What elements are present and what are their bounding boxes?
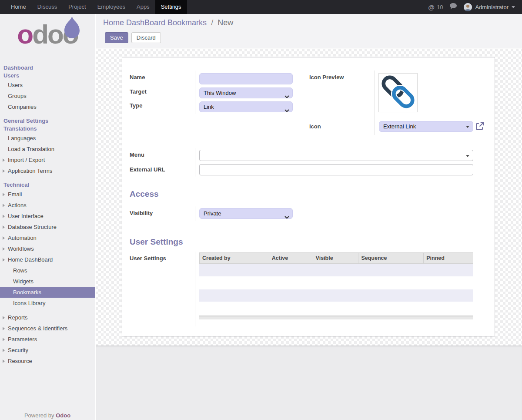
sidebar-item-groups[interactable]: Groups — [0, 91, 95, 101]
caret-right-icon — [3, 349, 5, 352]
odoo-logo[interactable]: odoo — [0, 14, 95, 57]
bookmark-form-sheet: Name Target This Window Type Link Icon P… — [122, 57, 495, 336]
page-footer-area — [96, 346, 522, 420]
sidebar-item-home-dashboard[interactable]: Home DashBoard — [0, 254, 95, 265]
type-select[interactable]: Link — [199, 101, 293, 112]
mentions-count: 10 — [437, 4, 443, 10]
discard-button[interactable]: Discard — [131, 32, 161, 43]
chevron-down-icon — [284, 91, 289, 98]
table-row[interactable] — [199, 302, 473, 314]
nav-item-home[interactable]: Home — [5, 0, 32, 14]
sidebar-item-icons-library[interactable]: Icons Library — [0, 298, 95, 309]
at-icon: @ — [428, 3, 435, 11]
caret-right-icon — [3, 327, 5, 330]
target-select[interactable]: This Window — [199, 87, 293, 98]
visibility-select[interactable]: Private — [199, 208, 293, 219]
user-name: Administrator — [475, 4, 509, 10]
sidebar-item-actions[interactable]: Actions — [0, 200, 95, 211]
nav-item-project[interactable]: Project — [63, 0, 91, 14]
sidebar-item-languages[interactable]: Languages — [0, 133, 95, 144]
name-input[interactable] — [199, 73, 293, 84]
caret-right-icon — [3, 204, 5, 207]
caret-down-icon — [466, 155, 469, 157]
caret-right-icon — [3, 338, 5, 341]
settings-sidebar: odoo Dashboard Users Users Groups Compan… — [0, 14, 95, 420]
column-header-pinned[interactable]: Pinned — [424, 253, 473, 263]
sidebar-item-import-export[interactable]: Import / Export — [0, 155, 95, 165]
form-view-background: Name Target This Window Type Link Icon P… — [96, 49, 522, 346]
chain-link-icon — [381, 75, 415, 110]
caret-right-icon — [3, 225, 5, 229]
label-column-separator — [195, 206, 195, 221]
sidebar-item-users[interactable]: Users — [0, 80, 95, 91]
sidebar-item-reports[interactable]: Reports — [0, 312, 95, 323]
nav-item-apps[interactable]: Apps — [131, 0, 155, 14]
sidebar-item-bookmarks[interactable]: Bookmarks — [0, 287, 95, 298]
sidebar-heading-users[interactable]: Users — [0, 72, 95, 80]
sidebar-heading-technical[interactable]: Technical — [0, 181, 95, 189]
icon-select[interactable]: External Link — [379, 121, 473, 132]
external-url-label: External URL — [130, 166, 165, 173]
target-label: Target — [130, 88, 147, 95]
nav-item-discuss[interactable]: Discuss — [32, 0, 63, 14]
nav-item-settings[interactable]: Settings — [155, 0, 187, 14]
breadcrumb-separator: / — [211, 18, 213, 27]
sidebar-item-parameters[interactable]: Parameters — [0, 334, 95, 345]
name-label: Name — [130, 74, 145, 81]
sidebar-item-automation[interactable]: Automation — [0, 232, 95, 243]
sidebar-item-widgets[interactable]: Widgets — [0, 276, 95, 287]
column-header-sequence[interactable]: Sequence — [358, 253, 424, 263]
column-header-created-by[interactable]: Created by — [200, 253, 269, 263]
table-row[interactable] — [199, 277, 473, 289]
user-settings-table-header: Created by Active Visible Sequence Pinne… — [199, 252, 473, 264]
menu-select[interactable] — [199, 150, 473, 161]
nav-item-employees[interactable]: Employees — [92, 0, 131, 14]
odoo-brand-link[interactable]: Odoo — [56, 412, 70, 419]
main-area: Home DashBoard Bookmarks / New Save Disc… — [96, 14, 522, 420]
sidebar-menu: Dashboard Users Users Groups Companies G… — [0, 57, 95, 366]
sidebar-item-workflows[interactable]: Workflows — [0, 243, 95, 254]
mentions-counter[interactable]: @ 10 — [428, 3, 443, 11]
icon-preview-label: Icon Preview — [309, 74, 344, 81]
control-panel: Home DashBoard Bookmarks / New Save Disc… — [96, 14, 522, 48]
topbar-right-tools: @ 10 Administrator — [428, 0, 522, 14]
sidebar-item-general-settings[interactable]: General Settings — [0, 117, 95, 125]
column-header-visible[interactable]: Visible — [313, 253, 359, 263]
sidebar-item-application-terms[interactable]: Application Terms — [0, 165, 95, 176]
sidebar-item-companies[interactable]: Companies — [0, 101, 95, 112]
sidebar-item-rows[interactable]: Rows — [0, 265, 95, 276]
table-row[interactable] — [199, 264, 473, 276]
sidebar-item-security[interactable]: Security — [0, 345, 95, 356]
sidebar-item-resource[interactable]: Resource — [0, 356, 95, 366]
chevron-down-icon — [284, 212, 289, 219]
breadcrumb-parent-link[interactable]: Home DashBoard Bookmarks — [103, 18, 207, 27]
sidebar-item-database-structure[interactable]: Database Structure — [0, 222, 95, 232]
breadcrumb-current: New — [218, 18, 233, 27]
user-settings-field-label: User Settings — [130, 255, 166, 262]
avatar — [464, 3, 472, 11]
access-section-heading: Access — [130, 189, 159, 199]
horizontal-scrollbar[interactable] — [199, 316, 473, 319]
sidebar-heading-translations[interactable]: Translations — [0, 125, 95, 133]
sidebar-item-user-interface[interactable]: User Interface — [0, 211, 95, 222]
caret-right-icon — [3, 316, 5, 319]
user-settings-section-heading: User Settings — [130, 237, 183, 247]
sidebar-item-sequences-identifiers[interactable]: Sequences & Identifiers — [0, 323, 95, 334]
breadcrumb: Home DashBoard Bookmarks / New — [103, 18, 233, 27]
caret-right-icon — [3, 258, 5, 262]
external-link-icon[interactable] — [475, 122, 484, 131]
external-url-input[interactable] — [199, 164, 473, 175]
visibility-label: Visibility — [130, 210, 153, 216]
save-button[interactable]: Save — [105, 32, 128, 43]
sidebar-item-email[interactable]: Email — [0, 189, 95, 200]
column-header-active[interactable]: Active — [269, 253, 313, 263]
label-column-separator — [195, 252, 195, 326]
table-row[interactable] — [199, 289, 473, 302]
user-menu[interactable]: Administrator — [464, 3, 515, 11]
chat-bubble-icon — [449, 3, 457, 11]
sidebar-item-dashboard[interactable]: Dashboard — [0, 64, 95, 72]
sidebar-item-load-a-translation[interactable]: Load a Translation — [0, 144, 95, 155]
powered-by-footer: Powered by Odoo — [0, 412, 95, 419]
user-settings-table: Created by Active Visible Sequence Pinne… — [199, 252, 473, 319]
messages-button[interactable] — [449, 3, 457, 11]
